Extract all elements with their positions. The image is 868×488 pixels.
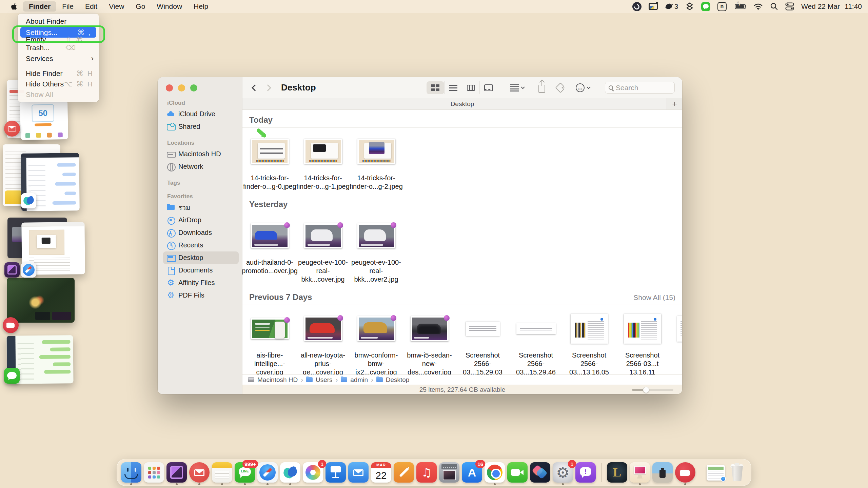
dock-app-store-icon[interactable]: 16 (462, 462, 482, 483)
dock-cleanmymac-icon[interactable] (630, 462, 650, 483)
zoom-button[interactable] (190, 84, 197, 92)
riot-games-app-icon[interactable] (3, 317, 19, 333)
dock-facetime-icon[interactable] (507, 462, 528, 483)
sidebar-item-ruam-folder[interactable]: รวม (163, 201, 239, 214)
apple-menu[interactable] (5, 3, 23, 10)
dock-mail-icon[interactable] (348, 462, 369, 483)
sidebar-item-documents[interactable]: Documents (163, 264, 239, 277)
stage-window-mail-newsletter[interactable]: 50 (20, 101, 68, 140)
dock-minimized-window[interactable] (707, 465, 725, 481)
sidebar-item-network[interactable]: Network (163, 160, 239, 173)
menu-go[interactable]: Go (130, 1, 151, 12)
sidebar-item-pdf-fils[interactable]: ⚙PDF Fils (163, 289, 239, 302)
dock-league-of-legends-icon[interactable] (607, 462, 627, 483)
file-item[interactable]: bmw-conform-bmw-ix2...cvoer.jpg (350, 306, 403, 374)
file-item[interactable]: peugeot-ev-100-real-bkk...cover.jpg (296, 214, 350, 284)
file-item[interactable]: Screenshot2566-03...15.29.46 (509, 306, 563, 374)
sidebar-item-affinity-files[interactable]: ⚙Affinity Files (163, 277, 239, 289)
dock-chrome-icon[interactable] (485, 462, 505, 483)
sidebar-item-shared[interactable]: Shared (163, 120, 239, 133)
sidebar-item-airdrop[interactable]: AirDrop (163, 214, 239, 226)
column-view-button[interactable] (462, 81, 479, 94)
minimize-button[interactable] (178, 84, 185, 92)
dock-riot-games-icon[interactable] (675, 462, 695, 483)
icon-view-button[interactable] (427, 81, 444, 94)
file-item[interactable]: ais-fibre-intellige...-cover.jpg (243, 306, 296, 374)
sidebar-item-downloads[interactable]: Downloads (163, 226, 239, 239)
search-field[interactable] (605, 82, 675, 94)
menu-window[interactable]: Window (151, 1, 188, 12)
sidebar-item-icloud-drive[interactable]: iCloud Drive (163, 108, 239, 120)
screen-capture-icon[interactable] (649, 3, 658, 10)
menu-view[interactable]: View (103, 1, 130, 12)
path-item-desktop[interactable]: Desktop (386, 376, 410, 384)
group-by-button[interactable] (510, 84, 524, 92)
menu-finder[interactable]: Finder (23, 1, 56, 12)
control-center-icon[interactable] (785, 2, 794, 11)
new-tab-button[interactable]: + (667, 98, 682, 109)
menu-item-services[interactable]: Services› (18, 53, 99, 64)
dock-finder-icon[interactable] (121, 462, 141, 483)
line-app-icon[interactable] (4, 368, 20, 384)
more-actions-button[interactable]: … (576, 83, 590, 92)
dock-affinity-photo-icon[interactable] (166, 462, 187, 483)
close-button[interactable] (166, 84, 173, 92)
tab-desktop[interactable]: Desktop (451, 100, 474, 108)
notion-icon[interactable]: n (717, 2, 727, 11)
file-item[interactable]: 256 (669, 306, 682, 374)
spotlight-search-icon[interactable] (770, 2, 778, 11)
dock-notes-icon[interactable] (212, 462, 232, 483)
menu-item-about-finder[interactable]: About Finder (18, 16, 99, 26)
bird-status-icon[interactable]: 3 (665, 2, 678, 11)
slider-knob[interactable] (643, 387, 649, 393)
teal-wave-app-icon[interactable] (21, 193, 36, 208)
path-item-users[interactable]: Users (316, 376, 333, 384)
menu-item-hide-others[interactable]: Hide Others⌥ ⌘ H (18, 79, 99, 89)
menu-clock[interactable]: Wed 22 Mar11:40 (801, 2, 862, 11)
path-item-macintosh-hd[interactable]: Macintosh HD (257, 376, 298, 384)
dock-photo-booth-icon[interactable] (439, 462, 459, 483)
menu-help[interactable]: Help (188, 1, 214, 12)
wifi-icon[interactable] (753, 2, 763, 11)
tag-button[interactable] (557, 84, 564, 92)
dock-teal-wave-app-icon[interactable] (280, 462, 300, 483)
mail-app-icon[interactable] (4, 121, 20, 137)
dock-feedback-assistant-icon[interactable] (575, 462, 596, 483)
dock-music-icon[interactable] (416, 462, 437, 483)
file-item[interactable]: audi-thailand-0-promotio...over.jpg (243, 214, 296, 284)
file-item[interactable]: Screenshot2566-03...15.29.03 (456, 306, 509, 374)
file-item[interactable]: all-new-toyota-prius-ge...cover.jpg (296, 306, 350, 374)
dock-calendar-icon[interactable]: MAR22 (371, 462, 391, 483)
dock-system-settings-icon[interactable]: 1 (553, 462, 573, 483)
menu-file[interactable]: File (56, 1, 79, 12)
list-view-button[interactable] (444, 81, 462, 94)
safari-app-icon[interactable] (21, 262, 36, 278)
gallery-view-button[interactable] (479, 81, 497, 94)
mattermost-icon[interactable] (632, 2, 642, 11)
dock-mail-red-icon[interactable] (189, 462, 210, 483)
file-item[interactable]: 14-tricks-for-finder-o...g-0.jpeg (243, 129, 296, 191)
dock-shortcuts-icon[interactable] (530, 462, 550, 483)
file-item[interactable]: 14-tricks-for-finder-o...g-1.jpeg (296, 129, 350, 191)
menu-item-hide-finder[interactable]: Hide Finder⌘ H (18, 68, 99, 79)
sidebar-item-recents[interactable]: Recents (163, 239, 239, 251)
dock-line-icon[interactable]: 999+ (235, 462, 255, 483)
battery-icon[interactable]: ϟ (734, 2, 746, 11)
file-item[interactable]: peugeot-ev-100-real-bkk...over2.jpg (350, 214, 403, 284)
file-item[interactable]: bmw-i5-sedan-new-des...cover.jpg (403, 306, 456, 374)
menu-edit[interactable]: Edit (79, 1, 103, 12)
line-status-icon[interactable] (701, 2, 710, 11)
dock-keynote-icon[interactable] (326, 462, 346, 483)
layers-icon[interactable] (685, 2, 694, 11)
dock-pages-icon[interactable] (394, 462, 414, 483)
dock-trash-icon[interactable] (727, 462, 747, 483)
path-item-admin[interactable]: admin (350, 376, 368, 384)
share-button[interactable] (538, 83, 545, 93)
dock-safari-icon[interactable] (257, 462, 278, 483)
affinity-photo-app-icon[interactable] (4, 262, 20, 278)
stage-window-league-of-legends[interactable] (7, 278, 75, 323)
dock-ink-photo-app-icon[interactable] (652, 462, 673, 483)
icon-size-slider[interactable] (632, 388, 673, 392)
file-item[interactable]: Screenshot2566-03...13.16.05 (563, 306, 616, 374)
dock-launchpad-icon[interactable] (144, 462, 164, 483)
